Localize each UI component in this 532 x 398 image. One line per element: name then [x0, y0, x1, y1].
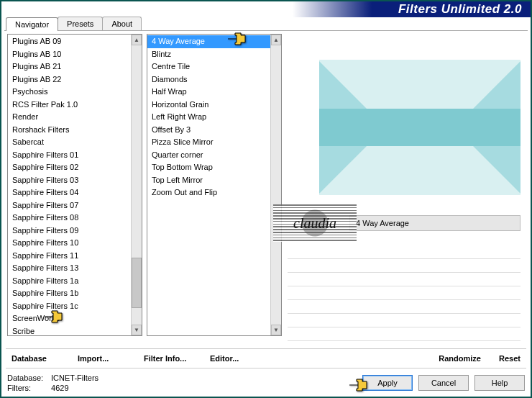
param-row [288, 286, 520, 300]
list-item[interactable]: Sapphire Filters 1b [8, 287, 131, 300]
current-filter-label: 4 Way Average [349, 215, 520, 231]
database-value: ICNET-Filters [51, 374, 98, 382]
param-row [288, 245, 520, 259]
reset-button[interactable]: Reset [482, 352, 522, 365]
list-item[interactable]: ScreenWorks [8, 312, 131, 325]
list-item[interactable]: Render [8, 111, 131, 124]
main-panel: Plugins AB 09Plugins AB 10Plugins AB 21P… [4, 30, 528, 347]
filters-count-label: Filters: [7, 383, 49, 393]
list-item[interactable]: Plugins AB 21 [8, 60, 131, 73]
list-item[interactable]: Psychosis [8, 86, 131, 99]
scroll-up-icon[interactable]: ▲ [271, 35, 281, 45]
list-item[interactable]: Sapphire Filters 1a [8, 275, 131, 288]
list-item[interactable]: Quarter corner [147, 149, 270, 162]
list-item[interactable]: Centre Tile [147, 60, 270, 73]
divider [6, 348, 526, 349]
command-row: Database Import... Filter Info... Editor… [1, 350, 531, 366]
divider [6, 368, 526, 368]
editor-button[interactable]: Editor... [208, 352, 275, 365]
database-label: Database: [7, 373, 49, 383]
footer: Database: ICNET-Filters Filters: 4629 Ap… [1, 370, 531, 393]
scrollbar[interactable]: ▲ ▼ [131, 35, 142, 335]
scroll-down-icon[interactable]: ▼ [271, 325, 281, 335]
list-item[interactable]: RCS Filter Pak 1.0 [8, 99, 131, 112]
list-item[interactable]: Sapphire Filters 04 [8, 186, 131, 199]
filter-list[interactable]: 4 Way AverageBlintzCentre TileDiamondsHa… [147, 34, 282, 336]
cancel-button[interactable]: Cancel [418, 375, 469, 391]
list-item[interactable]: Plugins AB 09 [8, 35, 131, 48]
filter-preview [319, 60, 520, 195]
list-item[interactable]: Offset By 3 [147, 124, 270, 137]
tab-strip: Navigator Presets About [6, 17, 531, 30]
list-item[interactable]: Sapphire Filters 13 [8, 262, 131, 275]
param-row [288, 327, 520, 341]
list-item[interactable]: Pizza Slice Mirror [147, 136, 270, 149]
list-item[interactable]: Sabercat [8, 136, 131, 149]
param-row [288, 273, 520, 286]
list-item[interactable]: Sapphire Filters 07 [8, 199, 131, 212]
list-item[interactable]: Sapphire Filters 02 [8, 161, 131, 174]
list-item[interactable]: Rorshack Filters [8, 124, 131, 137]
filter-label-row: claudia 4 Way Average [288, 202, 520, 244]
watermark-text: claudia [293, 215, 336, 232]
filter-info-button[interactable]: Filter Info... [142, 352, 208, 365]
watermark-stamp: claudia [273, 204, 357, 242]
list-item[interactable]: Sapphire Filters 10 [8, 237, 131, 250]
list-item[interactable]: Top Bottom Wrap [147, 161, 270, 174]
list-item[interactable]: Top Left Mirror [147, 174, 270, 187]
scrollbar[interactable]: ▲ ▼ [270, 35, 281, 335]
category-list[interactable]: Plugins AB 09Plugins AB 10Plugins AB 21P… [7, 34, 142, 336]
list-item[interactable]: Plugins AB 22 [8, 73, 131, 86]
scroll-down-icon[interactable]: ▼ [132, 325, 142, 335]
list-item[interactable]: Sapphire Filters 09 [8, 225, 131, 238]
tab-about[interactable]: About [102, 17, 142, 30]
scroll-thumb[interactable] [132, 258, 142, 308]
param-row [288, 314, 520, 327]
status-info: Database: ICNET-Filters Filters: 4629 [7, 373, 98, 393]
param-area [288, 245, 520, 341]
list-item[interactable]: Left Right Wrap [147, 111, 270, 124]
apply-button[interactable]: Apply [362, 375, 413, 391]
tab-navigator[interactable]: Navigator [6, 17, 58, 31]
import-button[interactable]: Import... [76, 352, 142, 365]
list-item[interactable]: 4 Way Average [147, 35, 270, 48]
list-item[interactable]: Sapphire Filters 01 [8, 149, 131, 162]
list-item[interactable]: Half Wrap [147, 86, 270, 99]
list-item[interactable]: Sapphire Filters 1c [8, 300, 131, 313]
list-item[interactable]: Zoom Out and Flip [147, 186, 270, 199]
list-item[interactable]: Horizontal Grain [147, 99, 270, 112]
list-item[interactable]: Blintz [147, 48, 270, 61]
list-item[interactable]: Diamonds [147, 73, 270, 86]
list-item[interactable]: Sapphire Filters 08 [8, 212, 131, 225]
list-item[interactable]: Plugins AB 10 [8, 48, 131, 61]
list-item[interactable]: Scribe [8, 325, 131, 336]
title-bar: Filters Unlimited 2.0 [1, 1, 531, 17]
param-row [288, 259, 520, 273]
help-button[interactable]: Help [474, 375, 525, 391]
footer-buttons: Apply Cancel Help [362, 375, 525, 391]
tab-presets[interactable]: Presets [58, 17, 103, 30]
filters-count-value: 4629 [51, 384, 68, 392]
preview-pane: claudia 4 Way Average [282, 34, 528, 347]
list-item[interactable]: Sapphire Filters 11 [8, 250, 131, 263]
randomize-button[interactable]: Randomize [423, 352, 482, 365]
database-button[interactable]: Database [10, 352, 76, 365]
scroll-up-icon[interactable]: ▲ [132, 35, 142, 45]
app-title: Filters Unlimited 2.0 [398, 2, 522, 17]
list-item[interactable]: Sapphire Filters 03 [8, 174, 131, 187]
param-row [288, 300, 520, 314]
